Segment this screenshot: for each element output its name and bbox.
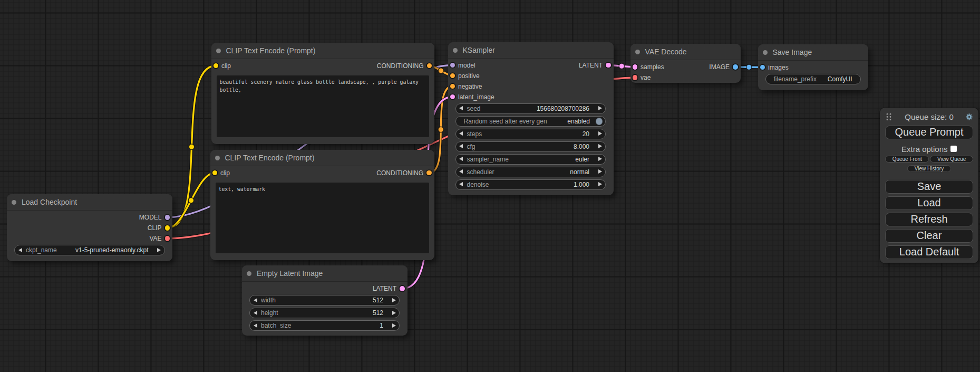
toggle-on-icon[interactable] <box>596 118 603 125</box>
decrement-arrow-icon[interactable] <box>459 157 463 161</box>
widget-cfg[interactable]: cfg8.000 <box>455 141 606 152</box>
increment-arrow-icon[interactable] <box>157 248 161 252</box>
input-port-model[interactable] <box>450 63 455 68</box>
increment-arrow-icon[interactable] <box>598 169 602 174</box>
node-title-bar[interactable]: CLIP Text Encode (Prompt) <box>211 43 435 59</box>
input-slot-images[interactable]: images <box>758 62 813 73</box>
widget-value: 512 <box>373 295 383 305</box>
increment-arrow-icon[interactable] <box>598 131 602 136</box>
node-title-bar[interactable]: CLIP Text Encode (Prompt) <box>210 150 434 166</box>
input-slot-model[interactable]: model <box>448 60 531 71</box>
decrement-arrow-icon[interactable] <box>459 169 463 174</box>
graph-canvas[interactable]: Load CheckpointMODELCLIPVAEckpt_namev1-5… <box>0 0 980 372</box>
input-slot-clip[interactable]: clip <box>210 168 323 178</box>
input-slot-latent_image[interactable]: latent_image <box>448 92 531 102</box>
widget-steps[interactable]: steps20 <box>455 129 606 139</box>
output-slot-CONDITIONING[interactable]: CONDITIONING <box>323 61 434 71</box>
queue-prompt-button[interactable]: Queue Prompt <box>885 126 973 139</box>
widget-denoise[interactable]: denoise1.000 <box>455 179 606 190</box>
increment-arrow-icon[interactable] <box>598 106 602 110</box>
decrement-arrow-icon[interactable] <box>18 248 22 252</box>
widget-width[interactable]: width512 <box>249 295 400 306</box>
node-load-checkpoint[interactable]: Load CheckpointMODELCLIPVAEckpt_namev1-5… <box>7 194 172 261</box>
increment-arrow-icon[interactable] <box>598 157 602 161</box>
input-port-image[interactable] <box>760 65 765 70</box>
output-slot-IMAGE[interactable]: IMAGE <box>685 62 741 72</box>
node-vae-decode[interactable]: VAE DecodesamplesvaeIMAGE <box>630 44 741 83</box>
output-port-vae[interactable] <box>165 236 170 241</box>
save-button[interactable]: Save <box>885 180 973 194</box>
node-clip-text-encode-negative[interactable]: CLIP Text Encode (Prompt)clipCONDITIONIN… <box>210 150 434 261</box>
widget-seed[interactable]: seed156680208700286 <box>455 103 606 114</box>
node-title-bar[interactable]: Save Image <box>758 44 869 60</box>
node-empty-latent-image[interactable]: Empty Latent ImageLATENTwidth512height51… <box>242 265 407 336</box>
load-button[interactable]: Load <box>885 196 973 210</box>
input-port-conditioning[interactable] <box>450 73 455 79</box>
decrement-arrow-icon[interactable] <box>254 311 257 315</box>
output-port-conditioning[interactable] <box>427 63 432 69</box>
refresh-button[interactable]: Refresh <box>885 213 973 226</box>
settings-gear-icon[interactable] <box>966 113 973 120</box>
input-slot-label: model <box>458 60 476 71</box>
increment-arrow-icon[interactable] <box>598 182 602 186</box>
widget-scheduler[interactable]: schedulernormal <box>455 167 606 177</box>
node-clip-text-encode-positive[interactable]: CLIP Text Encode (Prompt)clipCONDITIONIN… <box>211 43 435 144</box>
increment-arrow-icon[interactable] <box>392 311 396 315</box>
output-slot-VAE[interactable]: VAE <box>90 233 172 244</box>
input-slot-positive[interactable]: positive <box>448 71 531 81</box>
node-title: CLIP Text Encode (Prompt) <box>226 43 316 59</box>
widget-filename_prefix[interactable]: filename_prefixComfyUI <box>765 74 861 84</box>
increment-arrow-icon[interactable] <box>392 323 396 328</box>
decrement-arrow-icon[interactable] <box>459 144 463 148</box>
input-port-clip[interactable] <box>214 63 219 69</box>
node-title-bar[interactable]: Empty Latent Image <box>242 265 407 281</box>
increment-arrow-icon[interactable] <box>598 144 602 148</box>
extra-options-checkbox[interactable] <box>950 146 957 152</box>
decrement-arrow-icon[interactable] <box>254 298 257 302</box>
decrement-arrow-icon[interactable] <box>459 131 463 136</box>
increment-arrow-icon[interactable] <box>392 298 396 302</box>
node-title-bar[interactable]: Load Checkpoint <box>7 194 172 210</box>
output-slot-MODEL[interactable]: MODEL <box>90 212 172 223</box>
output-slot-CLIP[interactable]: CLIP <box>90 223 172 233</box>
load-default-button[interactable]: Load Default <box>885 245 973 259</box>
decrement-arrow-icon[interactable] <box>254 323 257 328</box>
input-port-latent[interactable] <box>633 64 638 70</box>
input-slot-vae[interactable]: vae <box>630 72 686 83</box>
widget-batch_size[interactable]: batch_size1 <box>249 320 400 331</box>
prompt-textarea[interactable]: text, watermark <box>216 183 429 254</box>
output-slot-CONDITIONING[interactable]: CONDITIONING <box>322 168 434 178</box>
input-slot-clip[interactable]: clip <box>211 61 323 71</box>
output-port-clip[interactable] <box>165 225 170 231</box>
widget-height[interactable]: height512 <box>249 308 400 318</box>
view-queue-button[interactable]: View Queue <box>930 156 973 163</box>
input-port-latent[interactable] <box>450 94 455 100</box>
decrement-arrow-icon[interactable] <box>459 106 463 110</box>
prompt-textarea[interactable]: beautiful scenery nature glass bottle la… <box>217 75 430 137</box>
view-history-button[interactable]: View History <box>907 165 951 172</box>
input-port-vae[interactable] <box>633 75 638 80</box>
node-ksampler[interactable]: KSamplermodelpositivenegativelatent_imag… <box>448 42 614 195</box>
output-port-conditioning[interactable] <box>426 170 432 176</box>
output-port-model[interactable] <box>165 215 170 220</box>
decrement-arrow-icon[interactable] <box>459 182 463 186</box>
widget-sampler_name[interactable]: sampler_nameeuler <box>455 154 606 165</box>
output-slot-LATENT[interactable]: LATENT <box>531 60 614 71</box>
node-save-image[interactable]: Save Imageimagesfilename_prefixComfyUI <box>758 44 869 90</box>
output-slot-LATENT[interactable]: LATENT <box>325 283 407 294</box>
node-title-bar[interactable]: KSampler <box>448 42 614 58</box>
menu-drag-handle-icon[interactable] <box>886 113 891 121</box>
input-slot-negative[interactable]: negative <box>448 81 531 92</box>
output-port-latent[interactable] <box>606 63 611 68</box>
widget-ckpt_name[interactable]: ckpt_namev1-5-pruned-emaonly.ckpt <box>14 245 165 255</box>
clear-button[interactable]: Clear <box>885 229 973 243</box>
output-port-latent[interactable] <box>400 286 405 291</box>
input-port-clip[interactable] <box>212 170 218 176</box>
input-port-conditioning[interactable] <box>450 84 455 89</box>
queue-front-button[interactable]: Queue Front <box>885 156 929 163</box>
output-port-image[interactable] <box>733 64 738 70</box>
node-title-bar[interactable]: VAE Decode <box>630 44 741 60</box>
widget-value: 512 <box>373 308 383 318</box>
input-slot-samples[interactable]: samples <box>630 62 686 72</box>
widget-random-seed-after-every-gen[interactable]: Random seed after every genenabled <box>455 116 606 127</box>
